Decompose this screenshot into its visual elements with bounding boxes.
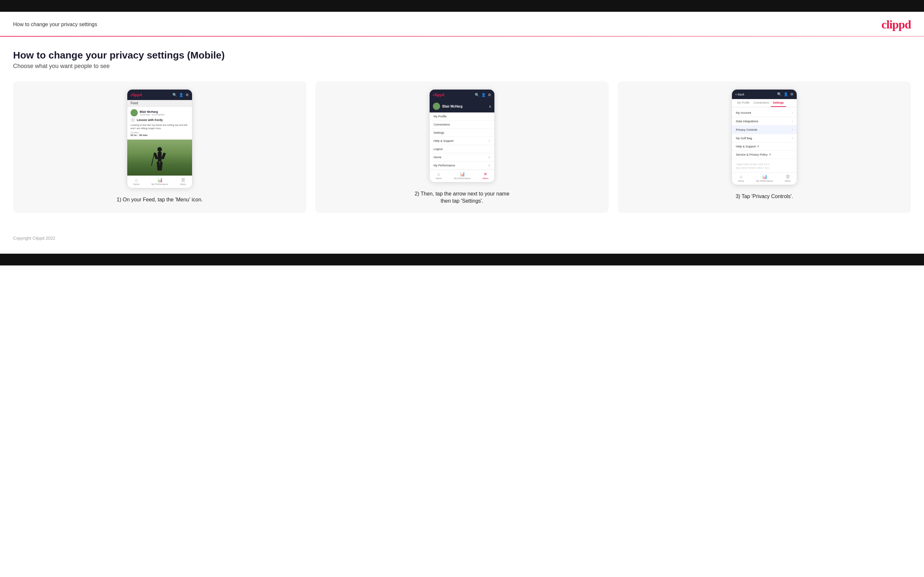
chevron-down-icon-2: ∨	[488, 164, 491, 167]
tab-my-profile[interactable]: My Profile	[735, 99, 751, 107]
phone-bottom-nav-2: ⌂ Home 📊 My Performance ✕ Menu	[430, 170, 494, 182]
feed-lesson-title: Lesson with Fordy	[137, 118, 163, 122]
svg-rect-5	[159, 161, 163, 171]
back-button: < Back	[735, 93, 745, 96]
feed-lesson-row: Lesson with Fordy	[131, 118, 189, 122]
settings-version: Clippd Client Version: 2022.8.3-3SQL Ser…	[732, 160, 797, 172]
user-icon: 👤	[179, 93, 184, 97]
footer: Copyright Clippd 2022	[0, 229, 924, 254]
settings-item-my-golf-bag[interactable]: My Golf Bag ›	[732, 134, 797, 143]
cards-row: clippd 🔍 👤 ⚙ Feed	[13, 81, 911, 213]
phone-logo-2: clippd	[433, 92, 444, 97]
copyright-text: Copyright Clippd 2022	[13, 236, 55, 240]
user-icon-2: 👤	[481, 93, 486, 97]
nav-menu-label-3: Menu	[785, 180, 791, 182]
card-caption-1: 1) On your Feed, tap the 'Menu' icon.	[116, 196, 202, 203]
settings-item-my-account-label: My Account	[736, 111, 751, 114]
nav-performance: 📊 My Performance	[152, 177, 168, 185]
settings-item-help-support-label: Help & Support ↗	[736, 145, 759, 148]
menu-item-connections: Connections	[430, 121, 494, 129]
menu-user-left: Blair McHarg	[433, 103, 463, 110]
top-bar	[0, 0, 924, 12]
nav-home-label-2: Home	[436, 177, 442, 179]
settings-icon: ⚙	[186, 93, 189, 97]
nav-performance-label: My Performance	[152, 183, 168, 185]
menu-chevron-icon: ∧	[489, 105, 491, 108]
settings-back-bar: < Back 🔍 👤 ⚙	[732, 90, 797, 99]
user-icon-3: 👤	[783, 92, 788, 97]
settings-item-service-privacy[interactable]: Service & Privacy Policy ↗	[732, 151, 797, 159]
menu-nav-performance-label: My Performance	[433, 164, 455, 167]
menu-user-row: Blair McHarg ∧	[430, 100, 494, 113]
menu-item-settings: Settings	[430, 129, 494, 137]
feed-author-name: Blair McHarg	[140, 110, 165, 113]
nav-home-label: Home	[133, 183, 139, 185]
menu-nav-home-label: Home	[433, 156, 441, 159]
phone-mockup-3: < Back 🔍 👤 ⚙ My Profile Connections Sett…	[732, 89, 797, 185]
menu-icon-3: ☰	[786, 174, 790, 179]
home-icon-3: ⌂	[740, 174, 742, 179]
svg-rect-1	[158, 152, 162, 161]
card-step-2: clippd 🔍 👤 ⚙ Blair McHarg ∧	[315, 81, 609, 213]
menu-nav-performance: My Performance ∨	[430, 161, 494, 170]
chevron-right-icon-2: ›	[792, 119, 793, 123]
settings-icon-2: ⚙	[488, 93, 491, 97]
feed-golf-image	[127, 140, 192, 176]
menu-screen-content: My Profile Connections Settings Help & S…	[430, 113, 494, 170]
settings-item-my-account[interactable]: My Account ›	[732, 108, 797, 117]
search-icon-2: 🔍	[475, 93, 479, 97]
svg-line-6	[152, 153, 154, 166]
nav-menu-label-2: Menu	[483, 177, 488, 179]
settings-list: My Account › Data Integrations › Privacy…	[732, 107, 797, 160]
menu-avatar	[433, 103, 440, 110]
chevron-right-icon-4: ›	[792, 136, 793, 140]
feed-duration-label: Duration	[131, 131, 189, 134]
header-title: How to change your privacy settings	[13, 22, 97, 27]
chevron-right-icon-3: ›	[792, 128, 793, 131]
nav-performance-label-3: My Performance	[756, 180, 773, 182]
logo: clippd	[882, 18, 911, 31]
nav-performance-3: 📊 My Performance	[756, 174, 773, 182]
settings-item-service-privacy-label: Service & Privacy Policy ↗	[736, 153, 771, 156]
card-step-1: clippd 🔍 👤 ⚙ Feed	[13, 81, 306, 213]
lesson-icon	[131, 118, 135, 122]
phone-mockup-1: clippd 🔍 👤 ⚙ Feed	[127, 89, 192, 188]
settings-item-privacy-controls-label: Privacy Controls	[736, 128, 758, 131]
tab-settings[interactable]: Settings	[771, 99, 786, 107]
settings-item-privacy-controls[interactable]: Privacy Controls ›	[732, 126, 797, 134]
settings-item-my-golf-bag-label: My Golf Bag	[736, 137, 752, 140]
home-icon: ⌂	[135, 177, 138, 182]
nav-performance-label-2: My Performance	[454, 177, 470, 179]
feed-date: Yesterday · Sunningdale	[140, 113, 165, 116]
nav-menu-label: Menu	[180, 183, 186, 185]
feed-avatar	[131, 109, 138, 116]
main-content: How to change your privacy settings (Mob…	[0, 37, 924, 229]
settings-item-help-support[interactable]: Help & Support ↗	[732, 143, 797, 151]
page-subheading: Choose what you want people to see	[13, 63, 911, 69]
nav-performance-2: 📊 My Performance	[454, 172, 470, 179]
phone-top-bar-1: clippd 🔍 👤 ⚙	[127, 90, 192, 100]
nav-menu-3: ☰ Menu	[785, 174, 791, 182]
menu-icon: ☰	[181, 177, 185, 182]
chevron-down-icon: ∨	[488, 156, 491, 159]
card-caption-2: 2) Then, tap the arrow next to your name…	[413, 190, 511, 205]
svg-rect-3	[161, 152, 166, 160]
nav-menu: ☰ Menu	[180, 177, 186, 185]
card-step-3: < Back 🔍 👤 ⚙ My Profile Connections Sett…	[618, 81, 911, 213]
settings-item-data-integrations[interactable]: Data Integrations ›	[732, 117, 797, 126]
performance-icon-3: 📊	[762, 174, 767, 179]
phone-icons-3: 🔍 👤 ⚙	[777, 92, 793, 97]
nav-close: ✕ Menu	[483, 172, 488, 179]
home-icon-2: ⌂	[438, 172, 440, 177]
chevron-right-icon: ›	[792, 111, 793, 114]
menu-item-help: Help & Support	[430, 137, 494, 145]
menu-item-profile: My Profile	[430, 113, 494, 121]
feed-text: Looking to feel like my hands are exitin…	[131, 124, 189, 130]
performance-icon-2: 📊	[460, 172, 465, 177]
card-caption-3: 3) Tap 'Privacy Controls'.	[735, 193, 793, 200]
nav-home-label-3: Home	[738, 180, 744, 182]
feed-tab: Feed	[127, 100, 192, 106]
close-icon: ✕	[484, 172, 487, 177]
page-heading: How to change your privacy settings (Mob…	[13, 50, 911, 61]
tab-connections[interactable]: Connections	[751, 99, 771, 107]
